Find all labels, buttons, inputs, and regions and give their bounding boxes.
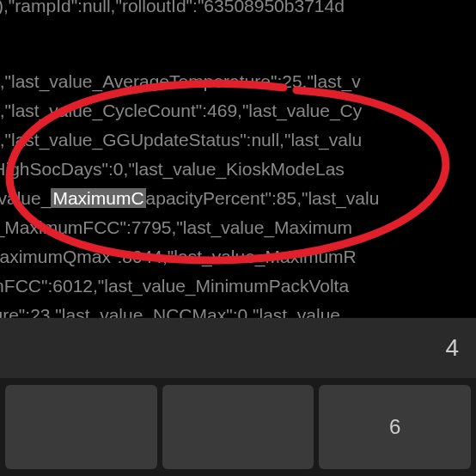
log-text-pre: t_value_ <box>0 188 51 208</box>
key-6[interactable]: 6 <box>319 385 471 469</box>
log-line: e_MaximumFCC":7795,"last_value_Maximum <box>0 213 352 243</box>
log-line: 9,"last_value_CycleCount":469,"last_valu… <box>0 96 362 126</box>
log-text-post: apacityPercent":85,"last_valu <box>146 188 380 208</box>
key[interactable] <box>162 385 314 469</box>
log-line: MaximumQmax":8044,"last_value_MaximumR <box>0 242 357 272</box>
log-line: deHighSocDays":0,"last_value_KioskModeLa… <box>0 155 345 185</box>
log-line-highlighted: t_value_MaximumCapacityPercent":85,"last… <box>0 184 379 214</box>
log-line: ),"rampId":null,"rolloutId":"63508950b37… <box>0 0 345 21</box>
key[interactable] <box>5 385 157 469</box>
log-line: numFCC":6012,"last_value_MinimumPackVolt… <box>0 272 349 302</box>
log-text-area[interactable]: ),"rampId":null,"rolloutId":"63508950b37… <box>0 0 476 318</box>
log-line: 0,"last_value_GGUpdateStatus":null,"last… <box>0 125 362 156</box>
suggestion-text: 4 <box>445 334 459 362</box>
log-line: 9,"last_value_AverageTemperature":25,"la… <box>0 67 361 97</box>
log-line: ature":23,"last_value_NCCMax":0,"last_va… <box>0 301 340 318</box>
search-highlight: MaximumC <box>51 188 145 208</box>
keyboard-row: 6 <box>0 378 476 476</box>
suggestion-bar[interactable]: 4 <box>0 318 476 378</box>
